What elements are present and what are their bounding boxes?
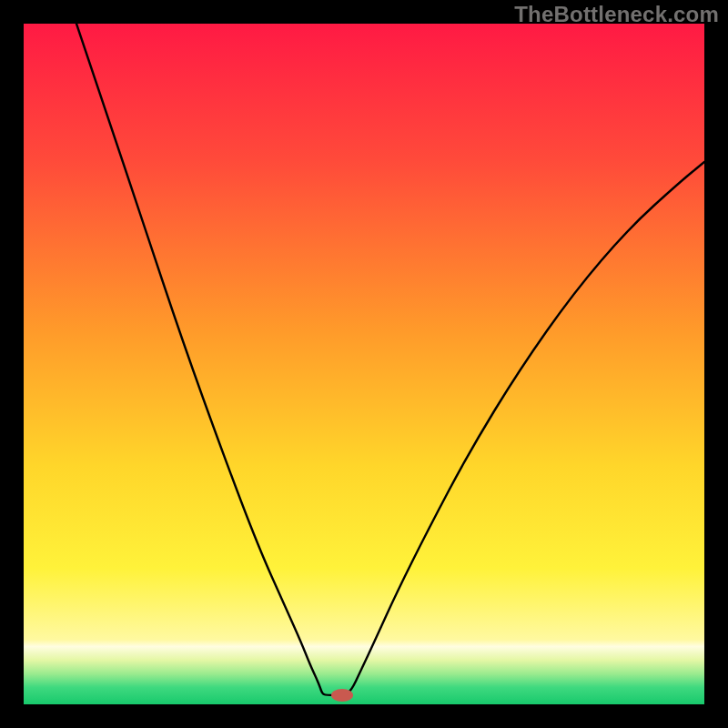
plot-frame bbox=[24, 24, 704, 704]
gradient-background bbox=[24, 24, 704, 704]
node-marker bbox=[331, 689, 353, 702]
watermark-text: TheBottleneck.com bbox=[514, 2, 719, 27]
bottleneck-plot bbox=[24, 24, 704, 704]
